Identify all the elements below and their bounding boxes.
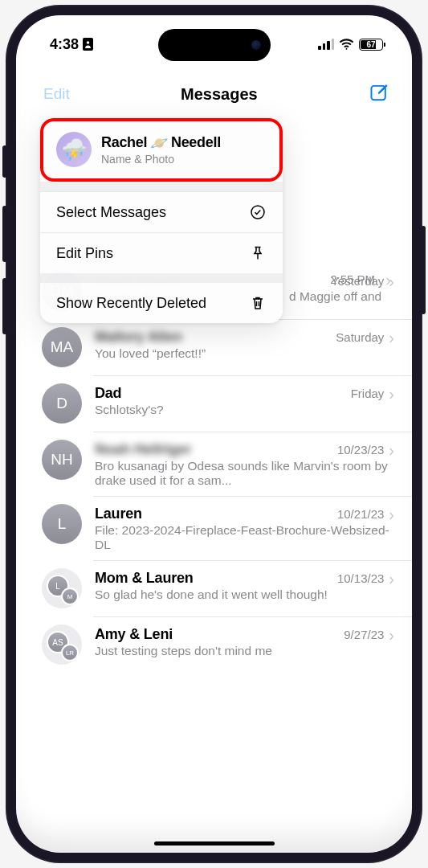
wifi-icon	[339, 39, 354, 50]
status-time: 4:38	[50, 36, 79, 53]
chevron-right-icon: ›	[389, 330, 394, 346]
menu-edit-pins[interactable]: Edit Pins	[40, 232, 283, 273]
svg-point-0	[87, 41, 90, 44]
pin-icon	[249, 244, 267, 262]
chevron-right-icon: ›	[389, 571, 394, 587]
avatar: M	[61, 588, 79, 605]
conversation-row[interactable]: MAMallory AllenSaturday›You loved “perfe…	[16, 319, 412, 375]
avatar-group: L M	[42, 568, 82, 608]
avatar: L	[42, 504, 82, 544]
conversation-row[interactable]: L MMom & Lauren10/13/23›So glad he's don…	[16, 560, 412, 616]
menu-label: Show Recently Deleted	[56, 295, 206, 312]
avatar: MA	[42, 327, 82, 367]
avatar: LR	[61, 644, 79, 661]
home-indicator[interactable]	[154, 841, 275, 845]
planet-icon: 🪐	[150, 134, 168, 152]
side-button-silence	[2, 145, 7, 178]
conversation-date: Friday	[351, 387, 385, 400]
conversation-preview: Bro kusanagi by Odesa sounds like Marvin…	[95, 459, 394, 488]
menu-select-messages[interactable]: Select Messages	[40, 191, 283, 232]
conversation-preview: Schlotsky's?	[95, 403, 394, 417]
phone-frame: 4:38 67 Edit Messages	[6, 5, 422, 863]
chevron-right-icon: ›	[389, 627, 394, 643]
cellular-icon	[318, 39, 334, 50]
chevron-right-icon: ›	[389, 273, 394, 289]
conversation-date: 10/23/23	[337, 443, 384, 457]
conversation-date: Saturday	[336, 330, 384, 344]
page-title: Messages	[181, 85, 258, 104]
profile-subtitle: Name & Photo	[101, 153, 221, 166]
conversation-name: Mom & Lauren	[95, 570, 194, 587]
conversation-preview: You loved “perfect!!”	[95, 346, 394, 361]
conversation-date: 10/13/23	[337, 571, 384, 585]
conversation-date: Yesterday	[331, 274, 384, 288]
conversation-row[interactable]: NHNoah Hellriger10/23/23›Bro kusanagi by…	[16, 432, 412, 496]
menu-name-photo[interactable]: ⛈️ Rachel 🪐 Needell Name & Photo	[40, 118, 283, 182]
conversation-row[interactable]: LLauren10/21/23›File: 2023-2024-Fireplac…	[16, 496, 412, 560]
edit-button[interactable]: Edit	[43, 85, 70, 103]
side-button-power	[421, 226, 426, 314]
profile-avatar: ⛈️	[56, 132, 92, 167]
conversation-preview: File: 2023-2024-Fireplace-Feast-Brochure…	[95, 523, 394, 552]
contact-card-icon	[83, 38, 93, 51]
conversation-date: 10/21/23	[337, 507, 384, 521]
checkmark-circle-icon	[249, 203, 267, 221]
conversation-name: Noah Hellriger	[95, 441, 191, 458]
conversation-preview: Just testing steps don't mind me	[95, 644, 394, 658]
front-camera	[251, 40, 261, 50]
nav-header: Edit Messages	[16, 76, 412, 113]
avatar: D	[42, 383, 82, 424]
trash-icon	[249, 294, 267, 312]
chevron-right-icon: ›	[389, 386, 394, 402]
profile-name: Rachel 🪐 Needell	[101, 134, 221, 152]
avatar: NH	[42, 440, 82, 480]
chevron-right-icon: ›	[389, 442, 394, 458]
battery-icon: 67	[359, 39, 383, 51]
dynamic-island	[158, 29, 271, 61]
conversation-date: 9/27/23	[344, 628, 384, 641]
compose-button[interactable]	[369, 82, 389, 106]
menu-label: Edit Pins	[56, 245, 113, 262]
conversation-row[interactable]: AS LRAmy & Leni9/27/23›Just testing step…	[16, 616, 412, 673]
side-button-vol-up	[2, 206, 7, 262]
screen: 4:38 67 Edit Messages	[16, 15, 412, 853]
conversation-name: Amy & Leni	[95, 626, 173, 643]
menu-label: Select Messages	[56, 204, 166, 221]
conversation-name: Dad	[95, 385, 121, 402]
edit-menu: ⛈️ Rachel 🪐 Needell Name & Photo Select …	[40, 118, 283, 323]
side-button-vol-down	[2, 278, 7, 334]
conversation-name: Mallory Allen	[95, 329, 182, 346]
avatar-group: AS LR	[42, 624, 82, 665]
chevron-right-icon: ›	[389, 506, 394, 522]
menu-recently-deleted[interactable]: Show Recently Deleted	[40, 283, 283, 323]
conversation-name: Lauren	[95, 506, 142, 522]
conversation-row[interactable]: DDadFriday›Schlotsky's?	[16, 375, 412, 432]
conversation-preview: So glad he's done and it went well thoug…	[95, 588, 394, 602]
